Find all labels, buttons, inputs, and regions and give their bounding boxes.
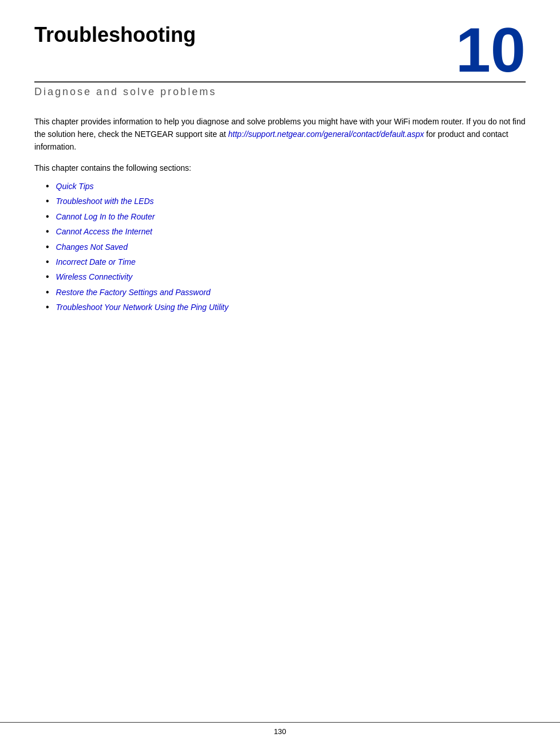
toc-link-0[interactable]: Quick Tips: [56, 180, 94, 193]
toc-list-item: Changes Not Saved: [46, 241, 526, 253]
chapter-subtitle: Diagnose and solve problems: [34, 86, 526, 98]
toc-list-item: Wireless Connectivity: [46, 270, 526, 283]
netgear-support-link[interactable]: http://support.netgear.com/general/conta…: [228, 130, 424, 139]
toc-list-item: Cannot Log In to the Router: [46, 210, 526, 223]
toc-list-item: Restore the Factory Settings and Passwor…: [46, 286, 526, 299]
toc-list: Quick TipsTroubleshoot with the LEDsCann…: [34, 180, 526, 314]
chapter-title-block: Troubleshooting: [34, 23, 196, 47]
page-header: Troubleshooting 10: [34, 23, 526, 83]
toc-list-item: Troubleshoot with the LEDs: [46, 195, 526, 207]
page-number: 130: [274, 727, 286, 736]
toc-list-item: Incorrect Date or Time: [46, 256, 526, 268]
chapter-number: 10: [456, 23, 526, 77]
toc-link-5[interactable]: Incorrect Date or Time: [56, 256, 136, 268]
page-footer: 130: [0, 722, 560, 736]
toc-link-8[interactable]: Troubleshoot Your Network Using the Ping…: [56, 301, 228, 313]
sections-intro: This chapter contains the following sect…: [34, 162, 526, 174]
toc-list-item: Quick Tips: [46, 180, 526, 193]
toc-link-2[interactable]: Cannot Log In to the Router: [56, 210, 155, 223]
toc-link-7[interactable]: Restore the Factory Settings and Passwor…: [56, 286, 211, 299]
toc-link-3[interactable]: Cannot Access the Internet: [56, 225, 152, 238]
toc-list-item: Cannot Access the Internet: [46, 225, 526, 238]
toc-link-4[interactable]: Changes Not Saved: [56, 241, 128, 253]
toc-link-1[interactable]: Troubleshoot with the LEDs: [56, 195, 154, 207]
toc-list-item: Troubleshoot Your Network Using the Ping…: [46, 301, 526, 313]
chapter-title: Troubleshooting: [34, 23, 196, 47]
intro-paragraph-1: This chapter provides information to hel…: [34, 115, 526, 154]
toc-link-6[interactable]: Wireless Connectivity: [56, 270, 133, 283]
